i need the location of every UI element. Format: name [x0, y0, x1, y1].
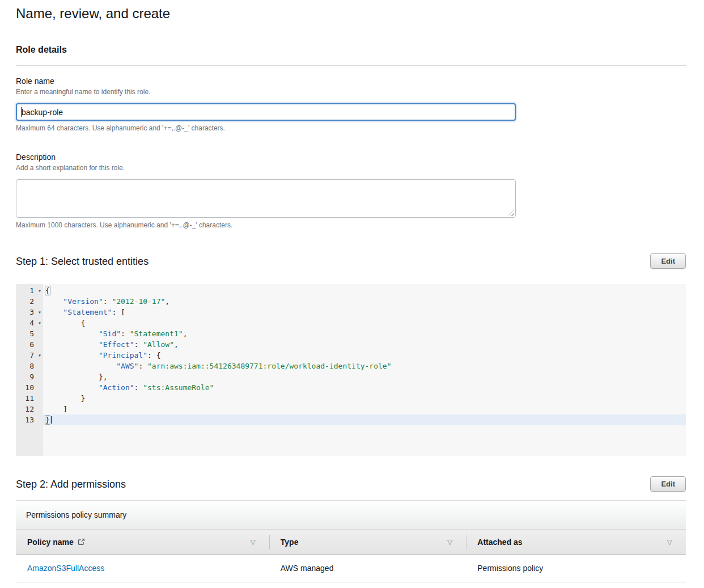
- column-header-type[interactable]: Type ▽: [269, 530, 466, 554]
- code-line-content: "Version": "2012-10-17",: [43, 296, 686, 307]
- type-column-label: Type: [281, 538, 299, 547]
- main-content: Name, review, and create Role details Ro…: [16, 0, 686, 582]
- external-link-icon[interactable]: [78, 538, 85, 545]
- permissions-panel-header: Permissions policy summary: [16, 501, 686, 530]
- code-line: 6 "Effect": "Allow",: [16, 339, 686, 350]
- filter-triangle-icon[interactable]: ▽: [251, 538, 256, 546]
- column-divider: [466, 535, 466, 549]
- text-cursor: [21, 107, 22, 117]
- filter-triangle-icon[interactable]: ▽: [447, 538, 452, 546]
- description-hint: Add a short explanation for this role.: [16, 163, 686, 172]
- code-line-content: "AWS": "arn:aws:iam::541263489771:role/w…: [43, 361, 686, 371]
- table-header-row: Policy name ▽ Type ▽: [16, 530, 686, 555]
- line-number: 6: [16, 339, 43, 350]
- code-line-content: }: [43, 414, 686, 425]
- fold-caret-icon[interactable]: ▾: [38, 285, 41, 296]
- code-line: 13}: [16, 414, 686, 425]
- description-textarea[interactable]: [16, 179, 516, 218]
- filter-triangle-icon[interactable]: ▽: [667, 538, 672, 546]
- role-details-heading: Role details: [16, 44, 686, 56]
- code-line: 4▾ {: [16, 318, 686, 328]
- divider: [16, 65, 686, 66]
- line-number: 10: [16, 382, 43, 393]
- code-line: 7▾ "Principal": {: [16, 350, 686, 361]
- policy-name-column-label: Policy name: [27, 538, 74, 547]
- fold-caret-icon[interactable]: ▾: [38, 318, 41, 328]
- code-line-content: "Statement": [: [43, 307, 686, 318]
- code-line-content: }: [43, 393, 686, 404]
- line-number: 12: [16, 404, 43, 414]
- page-title: Name, review, and create: [16, 5, 686, 23]
- code-line: 9 },: [16, 371, 686, 382]
- code-line: 11 }: [16, 393, 686, 404]
- step1-header: Step 1: Select trusted entities Edit: [16, 253, 686, 269]
- attached-as-column-label: Attached as: [477, 538, 522, 547]
- policy-type-cell: AWS managed: [269, 555, 466, 582]
- code-line: 1▾{: [16, 285, 686, 296]
- step1-heading: Step 1: Select trusted entities: [16, 255, 149, 268]
- role-name-constraint: Maximum 64 characters. Use alphanumeric …: [16, 124, 686, 133]
- line-number: 5: [16, 328, 43, 339]
- code-line-content: ]: [43, 404, 686, 414]
- line-number: 7▾: [16, 350, 43, 361]
- permissions-summary: Permissions policy summary Policy name ▽: [16, 501, 686, 582]
- line-number: 8: [16, 361, 43, 371]
- code-line: 3▾ "Statement": [: [16, 307, 686, 318]
- policy-name-link[interactable]: AmazonS3FullAccess: [27, 564, 104, 573]
- description-constraint: Maximum 1000 characters. Use alphanumeri…: [16, 221, 686, 230]
- policy-name-cell: AmazonS3FullAccess: [16, 555, 269, 582]
- description-field-group: Description Add a short explanation for …: [16, 152, 686, 230]
- code-line: 12 ]: [16, 404, 686, 414]
- step2-heading: Step 2: Add permissions: [16, 477, 126, 491]
- fold-caret-icon[interactable]: ▾: [38, 350, 41, 361]
- role-name-hint: Enter a meaningful name to identify this…: [16, 87, 686, 96]
- code-line-content: },: [43, 371, 686, 382]
- code-line-content: "Effect": "Allow",: [43, 339, 686, 350]
- role-name-input[interactable]: [16, 103, 516, 121]
- code-line-content: "Principal": {: [43, 350, 686, 361]
- code-line-content: {: [43, 285, 686, 296]
- attached-as-cell: Permissions policy: [466, 555, 686, 582]
- description-textarea-wrap: [16, 179, 516, 218]
- line-number: 1▾: [16, 285, 43, 296]
- line-number: 2: [16, 296, 43, 307]
- column-header-attached-as[interactable]: Attached as ▽: [466, 530, 686, 554]
- line-number: 3▾: [16, 307, 43, 318]
- step1-edit-button[interactable]: Edit: [650, 253, 686, 269]
- role-name-input-wrap: [16, 103, 516, 121]
- code-line: 2 "Version": "2012-10-17",: [16, 296, 686, 307]
- role-name-field-group: Role name Enter a meaningful name to ide…: [16, 76, 686, 133]
- code-line-content: "Sid": "Statement1",: [43, 328, 686, 339]
- step2-edit-button[interactable]: Edit: [650, 476, 686, 492]
- line-number: 13: [16, 414, 43, 425]
- fold-caret-icon[interactable]: ▾: [38, 307, 41, 318]
- line-number: 4▾: [16, 318, 43, 328]
- code-line-content: {: [43, 318, 686, 328]
- editor-cursor: [51, 416, 52, 424]
- table-row: AmazonS3FullAccess AWS managed Permissio…: [16, 555, 686, 582]
- role-name-label: Role name: [16, 76, 686, 86]
- code-line: 8 "AWS": "arn:aws:iam::541263489771:role…: [16, 361, 686, 371]
- column-header-policy-name[interactable]: Policy name ▽: [16, 530, 269, 554]
- column-divider: [269, 535, 270, 549]
- permissions-panel-title: Permissions policy summary: [26, 510, 126, 519]
- line-number: 9: [16, 371, 43, 382]
- code-line-content: "Action": "sts:AssumeRole": [43, 382, 686, 393]
- trust-policy-editor[interactable]: 1▾{2 "Version": "2012-10-17",3▾ "Stateme…: [16, 284, 686, 456]
- step2-header: Step 2: Add permissions Edit: [16, 476, 686, 492]
- description-label: Description: [16, 152, 686, 162]
- line-number: 11: [16, 393, 43, 404]
- code-line: 10 "Action": "sts:AssumeRole": [16, 382, 686, 393]
- code-line: 5 "Sid": "Statement1",: [16, 328, 686, 339]
